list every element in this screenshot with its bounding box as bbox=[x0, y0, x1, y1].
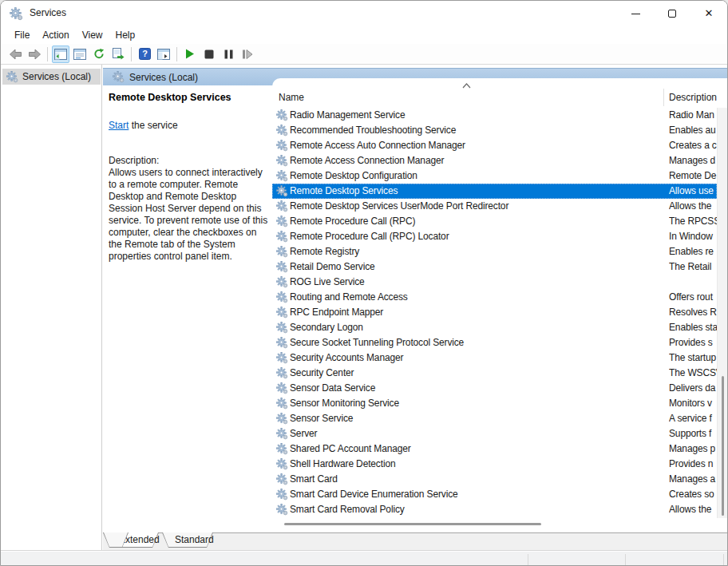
view-tab[interactable] bbox=[103, 532, 129, 548]
service-gear-icon bbox=[276, 382, 288, 394]
service-description-cell: A service f bbox=[669, 413, 717, 424]
start-service-button[interactable] bbox=[181, 46, 199, 63]
service-row[interactable]: Smart Card Device Enumeration Service Cr… bbox=[272, 487, 717, 502]
services-window: Services ✕ File Action View Help bbox=[0, 0, 728, 566]
service-description-cell: Allows the bbox=[669, 504, 717, 515]
toolbar-separator bbox=[131, 47, 132, 61]
status-pane-separator bbox=[625, 554, 626, 565]
show-console-tree-button[interactable] bbox=[52, 46, 69, 63]
service-name: RPC Endpoint Mapper bbox=[290, 307, 383, 318]
services-gear-icon bbox=[6, 71, 18, 83]
service-row[interactable]: Sensor Monitoring Service Monitors v bbox=[272, 396, 717, 411]
show-action-pane-button[interactable] bbox=[155, 46, 172, 63]
forward-button[interactable] bbox=[26, 46, 43, 63]
services-gear-icon bbox=[113, 71, 125, 83]
sort-ascending-icon bbox=[462, 83, 471, 89]
view-tab[interactable]: Standard bbox=[162, 532, 213, 548]
service-description-cell: In Window bbox=[669, 231, 717, 242]
column-header-name[interactable]: Name bbox=[279, 92, 304, 103]
column-separator[interactable] bbox=[663, 89, 664, 106]
service-row[interactable]: Remote Procedure Call (RPC) Locator In W… bbox=[272, 229, 717, 244]
tree-item-services-local[interactable]: Services (Local) bbox=[2, 69, 101, 85]
service-name: Smart Card Device Enumeration Service bbox=[290, 489, 458, 500]
column-header-description[interactable]: Description bbox=[669, 92, 718, 103]
service-name: ROG Live Service bbox=[290, 276, 365, 287]
horizontal-scrollbar-thumb[interactable] bbox=[284, 523, 541, 525]
service-description-cell: Supports f bbox=[669, 428, 717, 439]
service-gear-icon bbox=[276, 489, 288, 501]
minimize-button[interactable] bbox=[617, 1, 654, 26]
service-row[interactable]: Security Center The WSCSV bbox=[272, 366, 717, 381]
service-row[interactable]: Secondary Logon Enables sta bbox=[272, 320, 717, 335]
properties-icon bbox=[73, 49, 86, 60]
service-row[interactable]: Shared PC Account Manager Manages p bbox=[272, 441, 717, 457]
service-description-cell: Enables sta bbox=[669, 322, 717, 333]
service-gear-icon bbox=[276, 291, 288, 303]
service-row[interactable]: ROG Live Service bbox=[272, 275, 717, 290]
service-name: Remote Procedure Call (RPC) bbox=[290, 216, 415, 227]
service-row[interactable]: Security Accounts Manager The startup bbox=[272, 350, 717, 366]
toolbar-separator bbox=[176, 47, 177, 61]
stop-service-button[interactable] bbox=[200, 46, 218, 63]
service-row[interactable]: Sensor Service A service f bbox=[272, 411, 717, 426]
service-description-cell: The RPCSS bbox=[669, 216, 717, 227]
start-service-link[interactable]: Start bbox=[109, 120, 129, 131]
properties-button[interactable] bbox=[71, 46, 89, 63]
export-list-button[interactable] bbox=[109, 46, 127, 63]
service-row[interactable]: Remote Desktop Services UserMode Port Re… bbox=[272, 199, 717, 214]
service-name: Sensor Service bbox=[290, 413, 353, 424]
list-header: Name Description bbox=[272, 78, 728, 108]
service-description-cell: Radio Man bbox=[669, 109, 717, 121]
service-name: Shell Hardware Detection bbox=[290, 458, 395, 469]
service-gear-icon bbox=[276, 155, 288, 167]
refresh-button[interactable] bbox=[90, 46, 108, 63]
close-icon: ✕ bbox=[705, 10, 714, 18]
close-button[interactable]: ✕ bbox=[690, 1, 727, 26]
service-row[interactable]: Smart Card Manages a bbox=[272, 472, 717, 487]
pause-service-button[interactable] bbox=[220, 46, 237, 63]
services-gear-icon bbox=[10, 7, 23, 21]
service-description-cell: Offers rout bbox=[669, 291, 717, 303]
service-description-cell: Manages p bbox=[669, 443, 717, 454]
service-row[interactable]: Retail Demo Service The Retail bbox=[272, 259, 717, 275]
service-name: Remote Registry bbox=[290, 246, 359, 257]
service-row[interactable]: Remote Registry Enables re bbox=[272, 244, 717, 259]
service-row[interactable]: Radio Management Service Radio Man bbox=[272, 108, 717, 123]
service-name: Remote Desktop Configuration bbox=[290, 170, 417, 181]
service-name: Radio Management Service bbox=[290, 109, 405, 121]
service-row[interactable]: Remote Access Auto Connection Manager Cr… bbox=[272, 138, 717, 153]
service-gear-icon bbox=[276, 352, 288, 364]
service-name: Routing and Remote Access bbox=[290, 291, 408, 303]
service-description-cell: Manages a bbox=[669, 473, 717, 485]
service-description-cell: Monitors v bbox=[669, 398, 717, 409]
horizontal-scrollbar[interactable] bbox=[272, 518, 717, 531]
menu-action[interactable]: Action bbox=[36, 28, 75, 42]
band-label: Services (Local) bbox=[129, 72, 198, 83]
service-row[interactable]: Secure Socket Tunneling Protocol Service… bbox=[272, 335, 717, 350]
service-row[interactable]: Server Supports f bbox=[272, 426, 717, 441]
service-row[interactable]: Remote Procedure Call (RPC) The RPCSS bbox=[272, 214, 717, 229]
service-row[interactable]: Remote Desktop Services Allows use bbox=[272, 184, 717, 199]
help-button[interactable]: ? bbox=[136, 46, 153, 63]
service-name: Remote Desktop Services bbox=[290, 185, 398, 196]
maximize-button[interactable] bbox=[654, 1, 690, 26]
menu-view[interactable]: View bbox=[76, 28, 109, 42]
service-row[interactable]: Sensor Data Service Delivers da bbox=[272, 381, 717, 396]
selected-service-title: Remote Desktop Services bbox=[109, 92, 272, 103]
service-row[interactable]: Recommended Troubleshooting Service Enab… bbox=[272, 123, 717, 138]
service-row[interactable]: Shell Hardware Detection Provides n bbox=[272, 457, 717, 472]
tab-label: Standard bbox=[175, 532, 200, 545]
service-row[interactable]: RPC Endpoint Mapper Resolves R bbox=[272, 305, 717, 320]
back-button[interactable] bbox=[6, 46, 24, 63]
vertical-scrollbar[interactable] bbox=[717, 108, 728, 518]
restart-service-button[interactable] bbox=[239, 46, 256, 63]
extended-info-panel: Remote Desktop Services Start the servic… bbox=[109, 92, 272, 263]
service-row[interactable]: Remote Access Connection Manager Manages… bbox=[272, 153, 717, 168]
service-row[interactable]: Routing and Remote Access Offers rout bbox=[272, 290, 717, 305]
service-action-line: Start the service bbox=[109, 120, 272, 131]
service-row[interactable]: Remote Desktop Configuration Remote De bbox=[272, 168, 717, 184]
service-row[interactable]: Smart Card Removal Policy Allows the bbox=[272, 502, 717, 517]
vertical-scrollbar-thumb[interactable] bbox=[722, 376, 724, 516]
menu-help[interactable]: Help bbox=[109, 28, 142, 42]
menu-file[interactable]: File bbox=[8, 28, 36, 42]
